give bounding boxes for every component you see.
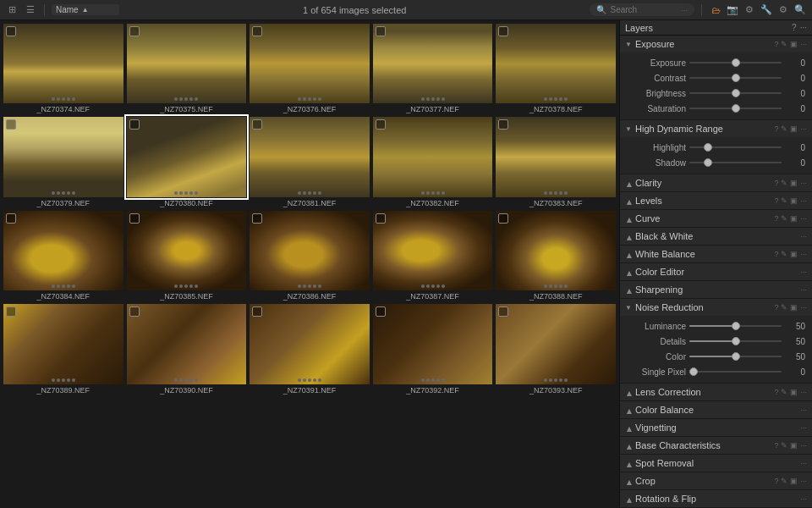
thumbnail-checkbox[interactable] <box>252 119 262 130</box>
section-header-rotation[interactable]: ▶Rotation & Flip··· <box>620 490 812 507</box>
thumbnail-checkbox[interactable] <box>376 119 386 130</box>
film-icon[interactable]: ▣ <box>790 250 798 258</box>
param-slider-contrast[interactable] <box>689 77 782 79</box>
sort-control[interactable]: Name ▲ <box>52 4 119 15</box>
section-header-base_char[interactable]: ▶Base Characteristics?✎▣··· <box>620 437 812 454</box>
share-icon[interactable]: ⚙ <box>776 3 790 17</box>
more-icon[interactable]: ··· <box>800 124 807 133</box>
more-icon[interactable]: ··· <box>800 406 807 414</box>
more-icon[interactable]: ··· <box>800 388 807 396</box>
param-slider-luminance[interactable] <box>689 325 782 327</box>
section-header-crop[interactable]: ▶Crop?✎▣··· <box>620 472 812 489</box>
brush-icon[interactable]: ✎ <box>781 441 787 450</box>
list-item[interactable]: _NZ70377.NEF <box>373 24 493 113</box>
list-item[interactable]: _NZ70381.NEF <box>250 117 370 207</box>
brush-icon[interactable]: ✎ <box>781 388 787 396</box>
help-icon[interactable]: ? <box>774 388 778 396</box>
thumbnail-checkbox[interactable] <box>252 213 262 224</box>
list-item[interactable]: _NZ70385.NEF <box>127 211 247 301</box>
param-slider-highlight[interactable] <box>689 146 782 148</box>
help-icon[interactable]: ? <box>774 477 778 485</box>
thumbnail-checkbox[interactable] <box>129 213 140 224</box>
tools-icon[interactable]: 🔧 <box>760 3 773 17</box>
section-header-wb[interactable]: ▶White Balance?✎▣··· <box>620 246 812 262</box>
help-icon[interactable]: ? <box>774 303 778 312</box>
list-item[interactable]: _NZ70386.NEF <box>250 211 370 301</box>
list-item[interactable]: _NZ70384.NEF <box>3 211 123 301</box>
grid-view-icon[interactable]: ⊞ <box>5 3 19 17</box>
thumbnail-checkbox[interactable] <box>498 213 508 224</box>
section-header-spot_removal[interactable]: ▶Spot Removal··· <box>620 455 812 472</box>
section-header-clarity[interactable]: ▶Clarity?✎▣··· <box>620 174 812 191</box>
list-item[interactable]: _NZ70393.NEF <box>496 304 616 394</box>
list-item[interactable]: _NZ70374.NEF <box>3 24 123 113</box>
thumbnail-checkbox[interactable] <box>6 26 16 36</box>
section-header-hdr[interactable]: ▼High Dynamic Range?✎▣··· <box>620 120 812 137</box>
thumbnail-checkbox[interactable] <box>252 26 262 36</box>
list-item[interactable]: _NZ70391.NEF <box>250 304 370 394</box>
section-header-vignetting[interactable]: ▶Vignetting··· <box>620 419 812 436</box>
more-icon[interactable]: ··· <box>800 196 807 205</box>
help-icon[interactable]: ? <box>774 441 778 450</box>
thumbnail-checkbox[interactable] <box>6 306 16 317</box>
section-header-bw[interactable]: ▶Black & White··· <box>620 228 812 245</box>
film-icon[interactable]: ▣ <box>790 214 798 223</box>
section-header-exposure[interactable]: ▼Exposure?✎▣··· <box>620 36 812 52</box>
film-icon[interactable]: ▣ <box>790 179 798 187</box>
section-header-color_balance[interactable]: ▶Color Balance··· <box>620 401 812 418</box>
help-icon[interactable]: ? <box>774 179 778 187</box>
brush-icon[interactable]: ✎ <box>781 196 787 205</box>
thumbnail-checkbox[interactable] <box>498 306 508 317</box>
brush-icon[interactable]: ✎ <box>781 303 787 312</box>
layers-help-icon[interactable]: ? <box>792 23 797 32</box>
section-header-sharpening[interactable]: ▶Sharpening··· <box>620 281 812 298</box>
film-icon[interactable]: ▣ <box>790 196 798 205</box>
list-item[interactable]: _NZ70387.NEF <box>373 211 493 301</box>
film-icon[interactable]: ▣ <box>790 388 798 396</box>
list-item[interactable]: _NZ70380.NEF <box>127 117 247 207</box>
thumbnail-checkbox[interactable] <box>498 119 508 130</box>
thumbnail-checkbox[interactable] <box>376 26 386 36</box>
param-slider-single-pixel[interactable] <box>689 371 782 373</box>
more-icon[interactable]: ··· <box>800 250 807 258</box>
thumbnail-checkbox[interactable] <box>129 306 140 317</box>
settings-icon[interactable]: ⚙ <box>743 3 756 17</box>
brush-icon[interactable]: ✎ <box>781 124 787 133</box>
section-header-levels[interactable]: ▶Levels?✎▣··· <box>620 192 812 209</box>
more-icon[interactable]: ··· <box>800 232 807 240</box>
more-icon[interactable]: ··· <box>800 459 807 467</box>
param-slider-exposure[interactable] <box>689 62 782 64</box>
thumbnail-checkbox[interactable] <box>6 119 16 130</box>
search-input[interactable] <box>610 5 678 14</box>
more-icon[interactable]: ··· <box>800 477 807 485</box>
film-icon[interactable]: ▣ <box>790 303 798 312</box>
thumbnail-checkbox[interactable] <box>6 213 16 224</box>
more-icon[interactable]: ··· <box>800 40 807 48</box>
brush-icon[interactable]: ✎ <box>781 214 787 223</box>
help-icon[interactable]: ? <box>774 214 778 223</box>
param-slider-saturation[interactable] <box>689 108 782 109</box>
list-item[interactable]: _NZ70376.NEF <box>250 24 370 113</box>
search-global-icon[interactable]: 🔍 <box>793 3 807 17</box>
more-icon[interactable]: ··· <box>800 214 807 223</box>
list-item[interactable]: _NZ70382.NEF <box>373 117 493 207</box>
brush-icon[interactable]: ✎ <box>781 250 787 258</box>
param-slider-details[interactable] <box>689 340 782 342</box>
param-slider-shadow[interactable] <box>689 162 782 163</box>
camera-icon[interactable]: 📷 <box>726 3 739 17</box>
list-item[interactable]: _NZ70379.NEF <box>3 117 123 207</box>
thumbnail-checkbox[interactable] <box>129 26 140 36</box>
more-icon[interactable]: ··· <box>800 423 807 432</box>
section-header-lens_correction[interactable]: ▶Lens Correction?✎▣··· <box>620 384 812 400</box>
param-slider-brightness[interactable] <box>689 92 782 94</box>
thumbnail-checkbox[interactable] <box>498 26 508 36</box>
section-header-noise_reduction[interactable]: ▼Noise Reduction?✎▣··· <box>620 299 812 316</box>
list-item[interactable]: _NZ70389.NEF <box>3 304 123 394</box>
more-icon[interactable]: ··· <box>800 285 807 294</box>
more-icon[interactable]: ··· <box>800 268 807 276</box>
film-icon[interactable]: ▣ <box>790 441 798 450</box>
thumbnail-checkbox[interactable] <box>129 119 140 130</box>
film-icon[interactable]: ▣ <box>790 477 798 485</box>
more-icon[interactable]: ··· <box>800 494 807 503</box>
section-header-color_editor[interactable]: ▶Color Editor··· <box>620 263 812 280</box>
